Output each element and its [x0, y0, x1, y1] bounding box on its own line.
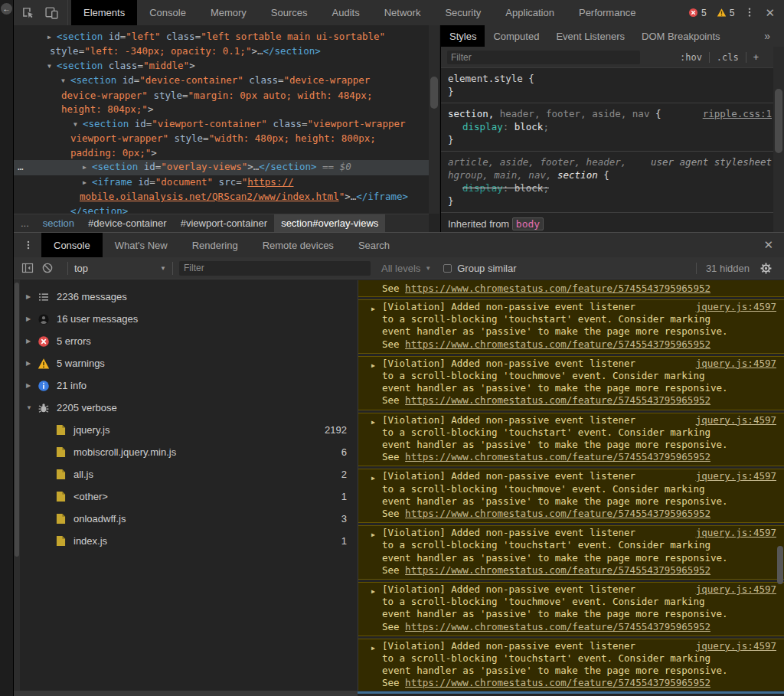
chromestatus-link[interactable]: https://www.chromestatus.com/feature/574…	[405, 677, 710, 688]
toggle-classes[interactable]: .cls	[709, 52, 746, 63]
console-sidebar-toggle-icon[interactable]	[21, 262, 34, 274]
chromestatus-link[interactable]: https://www.chromestatus.com/feature/574…	[405, 451, 710, 462]
collapse-arrow-icon[interactable]: ▶	[371, 360, 375, 372]
body-node-link[interactable]: body	[512, 217, 544, 230]
more-options-icon[interactable]	[744, 6, 755, 20]
breadcrumb-viewport-container[interactable]: #viewport-container	[174, 214, 274, 232]
stylesheet-link[interactable]: ripple.css:1	[703, 107, 772, 120]
collapse-arrow-icon[interactable]: ▶	[371, 529, 375, 541]
tab-memory[interactable]: Memory	[198, 0, 259, 25]
collapse-arrow-icon[interactable]: ▶	[26, 360, 38, 367]
tab-remote-devices[interactable]: Remote devices	[250, 233, 346, 257]
clear-console-icon[interactable]	[41, 262, 54, 274]
console-filter-input[interactable]	[179, 261, 371, 276]
warning-count-badge[interactable]: 5	[717, 8, 735, 18]
css-rule-user-agent[interactable]: article, aside, footer, header, user age…	[441, 152, 784, 213]
console-filter-group-2236-messages[interactable]: ▶2236 messages	[20, 286, 357, 308]
tab-console[interactable]: Console	[137, 0, 198, 25]
collapse-arrow-icon[interactable]: ▶	[83, 176, 92, 191]
elements-scrollbar[interactable]	[429, 25, 439, 214]
error-count-badge[interactable]: 5	[688, 8, 707, 18]
console-source-file-onloadwff-js[interactable]: onloadwff.js3	[20, 508, 357, 530]
console-messages-scrollbar-thumb[interactable]	[777, 546, 783, 584]
source-location-link[interactable]: jquery.js:4597	[696, 527, 776, 539]
dom-node[interactable]: ▼<section class="middle">	[14, 59, 429, 74]
source-location-link[interactable]: jquery.js:4597	[696, 470, 776, 482]
collapse-arrow-icon[interactable]: ▶	[83, 161, 92, 175]
tab-styles[interactable]: Styles	[441, 25, 485, 47]
source-location-link[interactable]: jquery.js:4597	[696, 301, 776, 313]
console-filter-group-2205-verbose[interactable]: ▼2205 verbose	[20, 397, 357, 419]
tab-dom-breakpoints[interactable]: DOM Breakpoints	[633, 25, 729, 47]
scrollbar-thumb[interactable]	[430, 77, 438, 109]
breadcrumb-section-overlay-views[interactable]: section#overlay-views	[274, 214, 385, 232]
console-warning-message-partial[interactable]: See https://www.chromestatus.com/feature…	[358, 280, 784, 297]
console-source-file-index-js[interactable]: index.js1	[20, 530, 357, 552]
tab-what-s-new[interactable]: What's New	[103, 233, 180, 257]
console-warning-message[interactable]: ▶[Violation] Added non-passive event lis…	[358, 582, 784, 636]
tab-event-listeners[interactable]: Event Listeners	[547, 25, 633, 47]
device-toolbar-icon[interactable]	[45, 6, 58, 19]
dom-node-selected[interactable]: …▶<section id="overlay-views">…</section…	[14, 160, 429, 175]
source-location-link[interactable]: jquery.js:4597	[696, 414, 776, 426]
tab-search[interactable]: Search	[346, 233, 402, 257]
tab-sources[interactable]: Sources	[259, 0, 320, 25]
tab-console[interactable]: Console	[41, 233, 103, 257]
chromestatus-link[interactable]: https://www.chromestatus.com/feature/574…	[405, 564, 710, 576]
collapse-arrow-icon[interactable]: ▶	[26, 338, 38, 345]
expand-arrow-icon[interactable]: ▼	[47, 60, 57, 74]
collapse-arrow-icon[interactable]: ▶	[371, 303, 375, 315]
tab-elements[interactable]: Elements	[71, 0, 137, 25]
dom-node[interactable]: mobile.oilanalysis.net/QRScan2/www/index…	[14, 190, 429, 204]
close-drawer-icon[interactable]: ✕	[753, 233, 784, 257]
console-warning-message[interactable]: ▶[Violation] Added non-passive event lis…	[358, 413, 784, 467]
css-rule-ripple[interactable]: section, header, footer, aside, nav { ri…	[441, 103, 784, 152]
collapse-arrow-icon[interactable]: ▶	[26, 315, 38, 322]
breadcrumb-[interactable]: ...	[14, 214, 36, 232]
back-button[interactable]: ←	[1, 3, 12, 15]
chromestatus-link[interactable]: https://www.chromestatus.com/feature/574…	[405, 508, 710, 519]
tab-audits[interactable]: Audits	[320, 0, 372, 25]
styles-filter-input[interactable]	[447, 51, 640, 64]
dom-node[interactable]: </section>	[14, 204, 429, 214]
console-sidebar-scrollbar[interactable]	[14, 280, 20, 691]
dom-node[interactable]: ▼<section id="device-container" class="d…	[14, 74, 429, 89]
console-warning-message[interactable]: ▶[Violation] Added non-passive event lis…	[358, 356, 784, 410]
chromestatus-link[interactable]: https://www.chromestatus.com/feature/574…	[405, 394, 710, 406]
expand-arrow-icon[interactable]: ▼	[26, 404, 38, 411]
log-levels-dropdown[interactable]: All levels ▼	[381, 263, 431, 274]
tab-network[interactable]: Network	[372, 0, 433, 25]
expand-arrow-icon[interactable]: ▼	[74, 118, 83, 132]
tab-computed[interactable]: Computed	[485, 25, 547, 47]
dom-node[interactable]: ▶<iframe id="document" src="https://	[14, 175, 429, 191]
dom-node[interactable]: padding: 0px;">	[14, 146, 429, 161]
dom-node[interactable]: ▶<section id="left" class="left sortable…	[14, 30, 429, 45]
dom-node[interactable]: ▼<section id="viewport-container" class=…	[14, 117, 429, 132]
new-style-rule-button[interactable]: +	[746, 52, 766, 63]
scrollbar-thumb[interactable]	[15, 283, 19, 557]
dom-node[interactable]: height: 804px;">	[14, 103, 429, 117]
collapse-arrow-icon[interactable]: ▶	[371, 642, 375, 655]
collapse-arrow-icon[interactable]: ▶	[26, 293, 38, 300]
drawer-menu-icon[interactable]	[14, 233, 41, 257]
more-tabs-icon[interactable]: »	[760, 25, 784, 47]
group-similar-checkbox[interactable]	[443, 264, 452, 273]
src-link[interactable]: mobile.oilanalysis.net/QRScan2/www/index…	[80, 191, 339, 202]
console-filter-group-5-errors[interactable]: ▶5 errors	[20, 330, 357, 352]
close-devtools-icon[interactable]: ✕	[765, 7, 775, 18]
console-warning-message[interactable]: ▶[Violation] Added non-passive event lis…	[358, 639, 784, 691]
breadcrumb-device-container[interactable]: #device-container	[81, 214, 174, 232]
element-style-section[interactable]: element.style { }	[441, 68, 784, 103]
console-source-file-jquery-js[interactable]: jquery.js2192	[20, 419, 357, 441]
source-location-link[interactable]: jquery.js:4597	[696, 640, 776, 652]
breadcrumb-section[interactable]: section	[36, 214, 81, 232]
expand-arrow-icon[interactable]: ▼	[61, 74, 70, 89]
scrollbar-thumb[interactable]	[775, 89, 782, 153]
group-similar-toggle[interactable]: Group similar	[443, 263, 516, 274]
src-link[interactable]: https://	[247, 176, 293, 188]
tab-rendering[interactable]: Rendering	[180, 233, 250, 257]
console-warning-message[interactable]: ▶[Violation] Added non-passive event lis…	[358, 469, 784, 523]
inspect-element-icon[interactable]	[21, 6, 34, 19]
tab-performance[interactable]: Performance	[567, 0, 648, 25]
console-warning-message[interactable]: ▶[Violation] Added non-passive event lis…	[358, 299, 784, 354]
